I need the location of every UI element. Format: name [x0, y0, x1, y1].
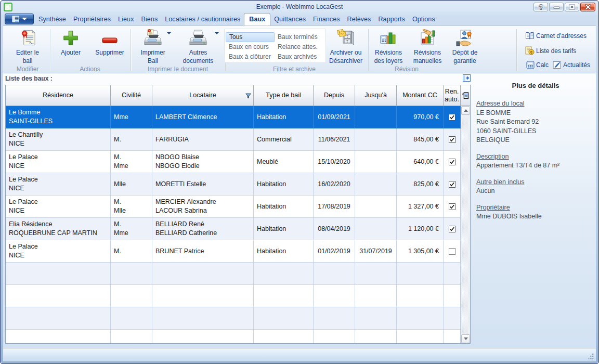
security-deposit-button[interactable]: Dépôt de garantie: [447, 29, 483, 65]
lease-table: Résidence Civilité Locataire Type de bai…: [5, 85, 471, 344]
scroll-down-button[interactable]: [461, 334, 470, 343]
tab-biens[interactable]: Biens: [137, 14, 161, 25]
empty-table-row[interactable]: [6, 330, 461, 343]
cell-jusqua: 31/07/2019: [355, 240, 397, 263]
renewal-checkbox[interactable]: [449, 136, 455, 143]
empty-cell: [314, 285, 355, 307]
link-label: Liste des tarifs: [536, 47, 576, 55]
address-book-link[interactable]: Carnet d'adresses: [525, 32, 587, 40]
filter-item-baux-archiv-s[interactable]: Baux archivés: [275, 52, 323, 62]
renewal-checkbox[interactable]: [449, 159, 455, 165]
column-header-type[interactable]: Type de bail: [254, 85, 314, 106]
link-label: Actualités: [563, 61, 590, 69]
app-menu-button[interactable]: [5, 14, 34, 24]
cell-ren-auto: [444, 218, 461, 240]
tariffs-icon: €: [525, 46, 535, 55]
cell-residence: Le Palace NICE: [6, 240, 111, 263]
plus-icon: [55, 29, 86, 47]
section-heading[interactable]: Autre bien inclus: [476, 178, 595, 187]
column-header-locataire[interactable]: Locataire: [152, 85, 254, 106]
table-row[interactable]: Le Palace NICEMlleMORETTI EstelleHabitat…: [6, 173, 461, 196]
empty-cell: [397, 285, 444, 307]
cell-locataire: NBOGO Blaise NBOGO Elodie: [152, 151, 254, 173]
print-lease-button[interactable]: Imprimer Bail: [135, 29, 171, 65]
funnel-icon[interactable]: [245, 93, 251, 99]
other-documents-button[interactable]: Autres documents: [177, 29, 219, 65]
empty-cell: [444, 307, 461, 330]
renewal-checkbox[interactable]: [449, 114, 455, 121]
svg-text:?: ?: [539, 4, 543, 11]
column-header-depuis[interactable]: Depuis: [314, 85, 355, 106]
table-row[interactable]: Le Chantilly NICEM.FARRUGIACommercial11/…: [6, 128, 461, 151]
tab-lieux[interactable]: Lieux: [114, 14, 137, 25]
renewal-checkbox[interactable]: [449, 203, 455, 210]
manual-revisions-button[interactable]: Révisions manuelles: [408, 29, 447, 65]
caption-buttons: ??: [533, 3, 595, 11]
column-header-civilite[interactable]: Civilité: [111, 85, 152, 106]
filter-item-baux-termin-s[interactable]: Baux terminés: [275, 32, 323, 42]
cell-ren-auto: [444, 106, 461, 128]
table-row[interactable]: Elia Résidence ROQUEBRUNE CAP MARTINM. M…: [6, 218, 461, 240]
expand-panel-button[interactable]: [463, 74, 471, 82]
tab-finances[interactable]: Finances: [309, 14, 344, 25]
tab-propri-taires[interactable]: Propriétaires: [70, 14, 114, 25]
dropdown-arrow-icon[interactable]: [215, 32, 219, 34]
tab-quittances[interactable]: Quittances: [270, 14, 309, 25]
section-heading[interactable]: Propriétaire: [476, 203, 595, 213]
tab-locataires-cautionnaires[interactable]: Locataires / cautionnaires: [161, 14, 244, 25]
scroll-up-button[interactable]: [461, 106, 470, 115]
column-header-ren-auto[interactable]: Ren. auto.: [444, 85, 461, 106]
tab-rel-ves[interactable]: Relèves: [344, 14, 375, 25]
empty-cell: [6, 263, 111, 285]
resize-grip[interactable]: [588, 353, 594, 360]
tab-rapports[interactable]: Rapports: [374, 14, 409, 25]
column-chooser-cell[interactable]: [461, 85, 470, 106]
renewal-checkbox[interactable]: [449, 226, 455, 232]
empty-table-row[interactable]: [6, 285, 461, 307]
tab-synth-se[interactable]: Synthèse: [35, 14, 70, 25]
filter-item-tous[interactable]: Tous: [226, 32, 275, 42]
tab-baux[interactable]: Baux: [244, 13, 270, 25]
archive-button[interactable]: Archiver ou Désarchiver: [317, 29, 374, 65]
tariffs-link[interactable]: € Liste des tarifs: [525, 46, 576, 55]
table-row[interactable]: Le Palace NICEM. MmeNBOGO Blaise NBOGO E…: [6, 151, 461, 173]
tab-options[interactable]: Options: [409, 14, 439, 25]
column-header-jusqua[interactable]: Jusqu'à: [355, 85, 397, 106]
empty-table-row[interactable]: [6, 263, 461, 285]
table-row[interactable]: Le Palace NICEM.BRUNET PatriceHabitation…: [6, 240, 461, 263]
section-line: Mme DUBOIS Isabelle: [476, 212, 595, 222]
empty-cell: [254, 285, 314, 307]
edit-lease-button[interactable]: Editer le bail: [7, 29, 48, 65]
close-button[interactable]: [580, 3, 595, 11]
filter-item-baux-cl-turer[interactable]: Baux à clôturer: [226, 52, 275, 62]
calc-link[interactable]: Calc: [526, 61, 549, 69]
empty-cell: [314, 263, 355, 285]
delete-button[interactable]: Supprimer: [93, 29, 127, 57]
empty-cell: [444, 285, 461, 307]
minimize-button[interactable]: [549, 3, 564, 11]
table-row[interactable]: Le Bomme SAINT-GILLESMmeLAMBERT Clémence…: [6, 106, 461, 128]
chart-hand-icon: [408, 29, 447, 47]
filter-item-relance-attes[interactable]: Relance attes.: [275, 42, 323, 52]
empty-table-row[interactable]: [6, 307, 461, 330]
maximize-button[interactable]: [565, 3, 579, 11]
vertical-scrollbar[interactable]: [461, 106, 470, 343]
rent-revisions-button[interactable]: Révisions des loyers: [368, 29, 409, 65]
list-title: Liste des baux :: [5, 75, 53, 82]
column-header-residence[interactable]: Résidence: [6, 85, 111, 106]
column-header-montant[interactable]: Montant CC: [397, 85, 444, 106]
renewal-checkbox[interactable]: [449, 248, 455, 255]
group-label-filtre: Filtre et archive: [273, 66, 316, 73]
filter-item-baux-en-cours[interactable]: Baux en cours: [226, 42, 275, 52]
renewal-checkbox[interactable]: [449, 181, 455, 188]
section-heading[interactable]: Adresse du local: [476, 99, 595, 109]
dropdown-arrow-icon[interactable]: [167, 32, 171, 34]
section-heading[interactable]: Description: [476, 152, 595, 162]
cell-type: Meublé: [254, 151, 314, 173]
table-row[interactable]: Le Palace NICEM. MlleMERCIER Alexandre L…: [6, 196, 461, 218]
chart-calculator-icon: [368, 29, 409, 47]
title-bar[interactable]: Exemple - WebImmo LocaGest ??: [1, 1, 598, 13]
help-button[interactable]: ??: [533, 3, 548, 11]
add-button[interactable]: Ajouter: [55, 29, 86, 57]
news-link[interactable]: Actualités: [553, 61, 590, 69]
